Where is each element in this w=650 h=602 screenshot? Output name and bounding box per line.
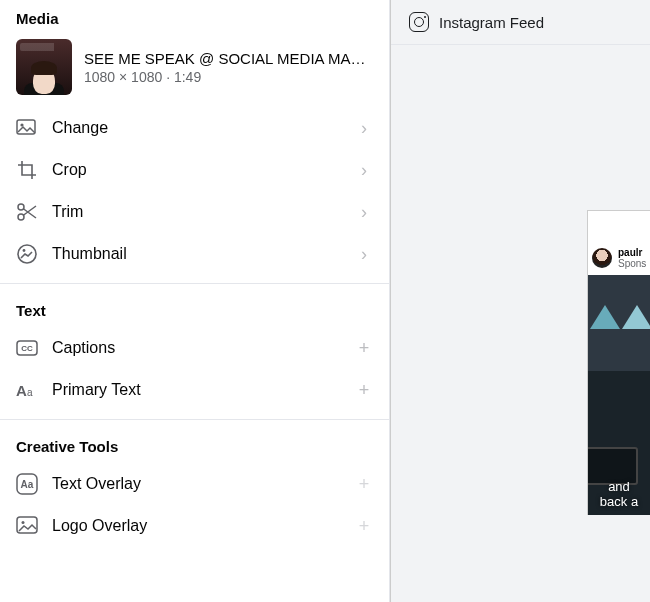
svg-point-13 [22, 521, 25, 524]
svg-text:Aa: Aa [21, 479, 34, 490]
primary-text-button[interactable]: Aa Primary Text + [0, 369, 389, 411]
chevron-right-icon: › [355, 244, 373, 265]
preview-title: Instagram Feed [439, 14, 544, 31]
captions-icon: CC [16, 337, 38, 359]
section-media-title: Media [0, 0, 389, 35]
media-info: SEE ME SPEAK @ SOCIAL MEDIA MAR… 1080 × … [84, 50, 373, 85]
plus-icon: + [355, 474, 373, 495]
media-summary: SEE ME SPEAK @ SOCIAL MEDIA MAR… 1080 × … [0, 35, 389, 107]
svg-text:CC: CC [21, 344, 33, 353]
crop-icon [16, 159, 38, 181]
section-text-title: Text [0, 292, 389, 327]
logo-overlay-icon [16, 515, 38, 537]
plus-icon: + [355, 338, 373, 359]
change-label: Change [52, 119, 341, 137]
thumbnail-label: Thumbnail [52, 245, 341, 263]
svg-point-5 [23, 249, 26, 252]
logo-overlay-label: Logo Overlay [52, 517, 341, 535]
preview-post-card: paulr Spons and back a [587, 210, 650, 515]
text-overlay-button[interactable]: Aa Text Overlay + [0, 463, 389, 505]
section-creative-tools-title: Creative Tools [0, 428, 389, 463]
thumbnail-icon [16, 243, 38, 265]
captions-label: Captions [52, 339, 341, 357]
chevron-right-icon: › [355, 202, 373, 223]
text-icon: Aa [16, 379, 38, 401]
trim-button[interactable]: Trim › [0, 191, 389, 233]
post-image: and back a [588, 275, 650, 515]
primary-text-label: Primary Text [52, 381, 341, 399]
media-thumbnail [16, 39, 72, 95]
chevron-right-icon: › [355, 118, 373, 139]
image-swap-icon [16, 117, 38, 139]
post-meta: paulr Spons [618, 247, 646, 269]
crop-button[interactable]: Crop › [0, 149, 389, 191]
post-header: paulr Spons [588, 241, 650, 275]
svg-text:A: A [16, 382, 27, 399]
svg-text:a: a [27, 387, 33, 398]
post-username: paulr [618, 247, 646, 258]
post-caption: and back a [588, 479, 650, 509]
plus-icon: + [355, 516, 373, 537]
change-button[interactable]: Change › [0, 107, 389, 149]
chevron-right-icon: › [355, 160, 373, 181]
divider [0, 283, 389, 284]
svg-rect-0 [17, 120, 35, 134]
preview-header: Instagram Feed [391, 0, 650, 45]
preview-pane: Instagram Feed paulr Spons and back a [390, 0, 650, 602]
crop-label: Crop [52, 161, 341, 179]
svg-point-4 [18, 245, 36, 263]
text-overlay-icon: Aa [16, 473, 38, 495]
thumbnail-button[interactable]: Thumbnail › [0, 233, 389, 275]
media-subtitle: 1080 × 1080 · 1:49 [84, 69, 373, 85]
plus-icon: + [355, 380, 373, 401]
post-sponsored: Spons [618, 258, 646, 269]
trim-label: Trim [52, 203, 341, 221]
avatar [592, 248, 612, 268]
logo-overlay-button[interactable]: Logo Overlay + [0, 505, 389, 547]
media-title: SEE ME SPEAK @ SOCIAL MEDIA MAR… [84, 50, 373, 67]
trim-icon [16, 201, 38, 223]
captions-button[interactable]: CC Captions + [0, 327, 389, 369]
text-overlay-label: Text Overlay [52, 475, 341, 493]
divider [0, 419, 389, 420]
editor-sidebar: Media SEE ME SPEAK @ SOCIAL MEDIA MAR… 1… [0, 0, 390, 602]
instagram-icon [409, 12, 429, 32]
